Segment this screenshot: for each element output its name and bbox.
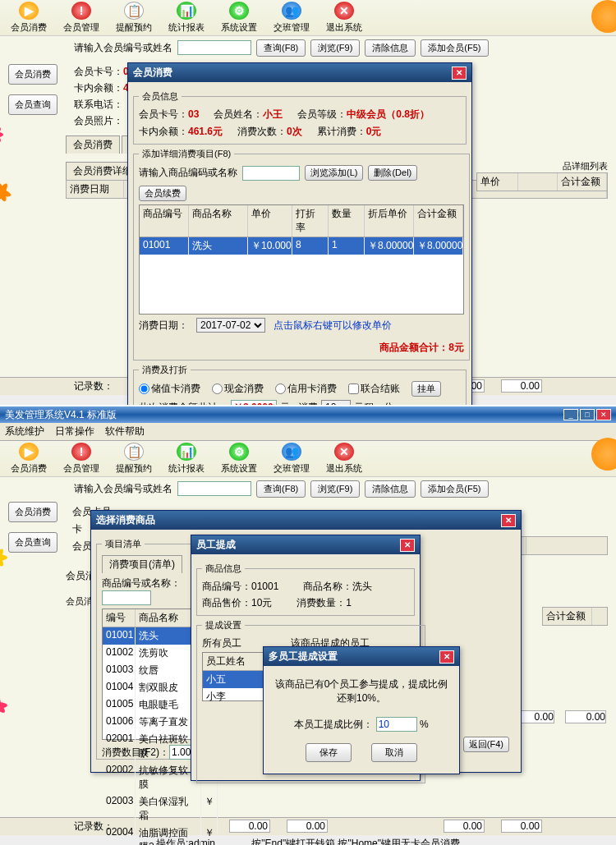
tb2-member[interactable]: !会员管理 — [61, 443, 102, 475]
minimize-icon[interactable]: _ — [563, 409, 578, 420]
modal1-title: 会员消费 — [133, 66, 172, 80]
ratio-input[interactable] — [376, 717, 417, 732]
product-row[interactable]: 02004油脂调控面膜2￥ — [103, 824, 218, 845]
add-member-button2[interactable]: 添加会员(F5) — [421, 480, 488, 498]
clear-button[interactable]: 清除信息 — [365, 39, 416, 57]
prod-search-input[interactable] — [102, 590, 151, 605]
menu-daily[interactable]: 日常操作 — [55, 425, 94, 437]
search-input2[interactable] — [177, 481, 251, 496]
add-item-input[interactable] — [242, 166, 300, 181]
side-tab-query2[interactable]: 会员查询 — [8, 532, 57, 553]
alert-icon: ! — [71, 2, 91, 20]
search-label: 请输入会员编号或姓名 — [74, 41, 172, 55]
hang-button[interactable]: 挂单 — [411, 381, 441, 397]
record-count-label: 记录数： — [74, 380, 113, 392]
cancel-button[interactable]: 取消 — [371, 743, 417, 762]
modal2-close-icon[interactable]: ✕ — [501, 514, 516, 527]
modal4-msg: 该商品已有0个员工参与提成，提成比例还剩10%。 — [272, 677, 451, 705]
modal3-title: 员工提成 — [196, 538, 236, 552]
tb-report[interactable]: 📊统计报表 — [166, 2, 207, 34]
main-toolbar: ▶会员消费 !会员管理 📋提醒预约 📊统计报表 ⚙系统设置 👥交班管理 ✕退出系… — [0, 0, 616, 36]
note-icon: 📋 — [124, 2, 144, 20]
tb-consume[interactable]: ▶会员消费 — [8, 2, 49, 34]
pay-opt-card[interactable]: 储值卡消费 — [139, 382, 200, 396]
tb2-shift[interactable]: 👥交班管理 — [271, 443, 312, 475]
pay-legend: 消费及打折 — [139, 364, 191, 376]
browse-add-button[interactable]: 浏览添加(L) — [305, 165, 363, 181]
chart-icon: 📊 — [177, 2, 196, 20]
main-toolbar2: ▶会员消费 !会员管理 📋提醒预约 📊统计报表 ⚙系统设置 👥交班管理 ✕退出系… — [0, 441, 616, 477]
col-total: 合计金额 — [558, 173, 607, 191]
tb2-consume[interactable]: ▶会员消费 — [8, 443, 49, 475]
window-close-icon[interactable]: ✕ — [596, 409, 611, 420]
close-icon: ✕ — [334, 443, 354, 461]
tab-consume[interactable]: 会员消费 — [66, 135, 120, 154]
pay-opt-credit[interactable]: 信用卡消费 — [275, 382, 337, 396]
menu-system[interactable]: 系统维护 — [5, 425, 44, 437]
renew-button[interactable]: 会员续费 — [139, 186, 186, 201]
hint-text: 点击鼠标右键可以修改单价 — [274, 319, 392, 333]
users-icon: 👥 — [282, 443, 301, 461]
date-select[interactable]: 2017-07-02 — [196, 318, 265, 333]
tb2-settings[interactable]: ⚙系统设置 — [218, 443, 260, 475]
col-date: 消费日期 — [67, 181, 124, 198]
member-legend: 会员信息 — [139, 90, 182, 103]
side-tab-query[interactable]: 会员查询 — [8, 94, 57, 115]
modal3-close-icon[interactable]: ✕ — [400, 539, 415, 552]
side-tab-consume[interactable]: 会员消费 — [8, 64, 57, 85]
users-icon: 👥 — [282, 2, 301, 20]
joint-checkbox[interactable]: 联合结账 — [348, 382, 400, 396]
delete-button[interactable]: 删除(Del) — [368, 165, 417, 181]
spend-select[interactable]: 10 — [321, 400, 351, 406]
play-icon: ▶ — [19, 2, 39, 20]
tb-shift[interactable]: 👥交班管理 — [271, 2, 312, 34]
maximize-icon[interactable]: □ — [580, 409, 595, 420]
query-button[interactable]: 查询(F8) — [256, 39, 306, 57]
prod-tab1[interactable]: 消费项目(清单) — [102, 555, 182, 573]
close-icon: ✕ — [334, 2, 354, 20]
chart-icon: 📊 — [177, 443, 196, 461]
tb-member[interactable]: !会员管理 — [61, 2, 102, 34]
note-icon: 📋 — [124, 443, 144, 461]
search-input[interactable] — [177, 40, 251, 55]
tb-exit[interactable]: ✕退出系统 — [324, 2, 365, 34]
menu-help[interactable]: 软件帮助 — [105, 425, 145, 437]
save-button[interactable]: 保存 — [306, 743, 352, 762]
play-icon: ▶ — [19, 443, 39, 461]
window-title: 美发管理系统V4.1 标准版 — [5, 408, 117, 422]
add-legend: 添加详细消费项目(F8) — [139, 148, 234, 160]
sum4 — [501, 379, 542, 393]
right-grid-label: 品详细列表 — [563, 160, 608, 172]
product-row[interactable]: 02003美白保湿乳霜￥ — [103, 793, 218, 824]
tb-settings[interactable]: ⚙系统设置 — [218, 2, 260, 34]
modal1-close-icon[interactable]: ✕ — [452, 67, 467, 80]
tb2-remind[interactable]: 📋提醒预约 — [113, 443, 154, 475]
this-amount-input[interactable] — [231, 400, 277, 406]
pay-opt-cash[interactable]: 现金消费 — [212, 382, 264, 396]
col-price: 单价 — [477, 173, 518, 191]
tb2-report[interactable]: 📊统计报表 — [166, 443, 207, 475]
browse-button[interactable]: 浏览(F9) — [310, 39, 360, 57]
add-member-button[interactable]: 添加会员(F5) — [421, 39, 488, 57]
add-item-label: 请输入商品编码或名称 — [139, 166, 237, 180]
query-button2[interactable]: 查询(F8) — [256, 480, 306, 498]
alert-icon: ! — [71, 443, 91, 461]
clear-button2[interactable]: 清除信息 — [365, 480, 416, 498]
modal4-title: 多员工提成设置 — [269, 650, 338, 664]
return-button[interactable]: 返回(F4) — [463, 737, 509, 752]
modal2-title: 选择消费商品 — [96, 513, 155, 527]
gear-icon: ⚙ — [229, 443, 249, 461]
gear-icon: ⚙ — [229, 2, 249, 20]
modal4-close-icon[interactable]: ✕ — [439, 650, 454, 664]
browse-button2[interactable]: 浏览(F9) — [310, 480, 360, 498]
search-bar: 请输入会员编号或姓名 查询(F8) 浏览(F9) 清除信息 添加会员(F5) — [0, 36, 616, 59]
tb-remind[interactable]: 📋提醒预约 — [113, 2, 154, 34]
tb2-exit[interactable]: ✕退出系统 — [324, 443, 365, 475]
side-tab-consume2[interactable]: 会员消费 — [8, 502, 57, 522]
